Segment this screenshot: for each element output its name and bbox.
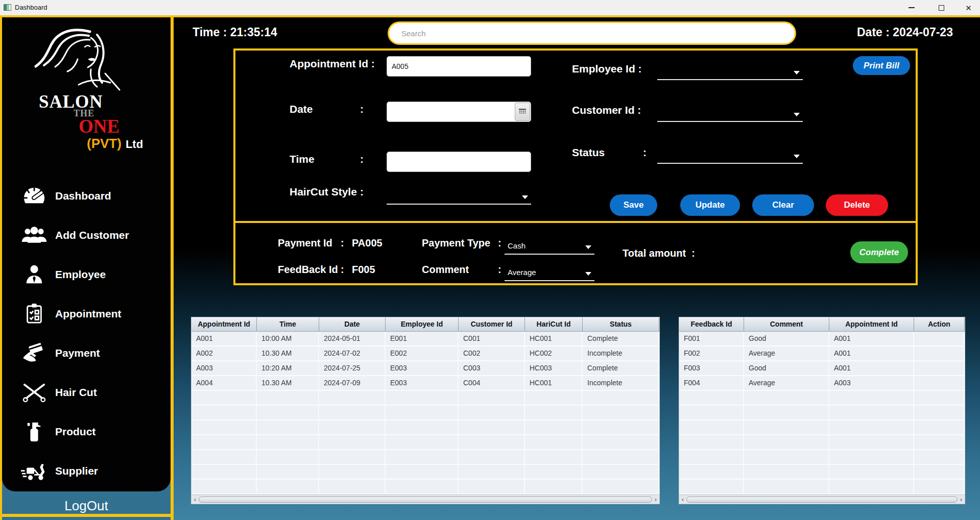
payment-type-dropdown[interactable]: Cash (505, 233, 594, 255)
table-row[interactable]: F001GoodA001 (679, 332, 965, 346)
table-row[interactable]: A00410.30 AM2024-07-09E003C004HC001Incom… (192, 376, 659, 391)
table-cell: 10.30 AM (257, 346, 319, 360)
sidebar-item-supplier[interactable]: Supplier (2, 451, 171, 490)
column-header[interactable]: Time (257, 317, 319, 331)
table-row[interactable] (192, 450, 659, 465)
save-button[interactable]: Save (610, 194, 657, 216)
sidebar-item-payment[interactable]: Payment (2, 333, 171, 373)
table-cell (744, 435, 829, 449)
table-cell (319, 406, 386, 419)
column-header[interactable]: Appointment Id (829, 317, 914, 331)
table-cell (192, 435, 257, 449)
sidebar-item-add-customer[interactable]: Add Customer (2, 215, 171, 255)
table-cell (679, 450, 744, 464)
current-date: Date : 2024-07-23 (857, 26, 953, 39)
main-content: Time : 21:35:14 Date : 2024-07-23 Appoin… (174, 15, 980, 520)
spray-bottle-icon (20, 420, 48, 443)
table-cell (192, 480, 257, 493)
table-cell (914, 361, 965, 375)
payment-id-colon: : (341, 237, 344, 249)
horizontal-scrollbar[interactable]: ‹ › (192, 494, 659, 504)
table-row[interactable] (679, 406, 965, 420)
column-header[interactable]: Feedback Id (679, 317, 744, 331)
payment-id-label: Payment Id (278, 237, 332, 249)
scroll-left-arrow[interactable]: ‹ (192, 496, 199, 504)
sidebar-item-product[interactable]: Product (2, 412, 171, 451)
scroll-right-arrow[interactable]: › (652, 496, 659, 504)
minimize-icon (909, 7, 915, 8)
sidebar-item-appointment[interactable]: Appointment (2, 294, 171, 333)
table-row[interactable]: A00210.30 AM2024-07-02E002C002HC002Incom… (192, 346, 659, 361)
maximize-button[interactable] (928, 0, 954, 15)
table-cell (459, 465, 525, 479)
table-row[interactable] (192, 435, 659, 450)
table-cell (257, 420, 319, 434)
calendar-button[interactable] (515, 103, 530, 121)
column-header[interactable]: HariCut Id (525, 317, 583, 331)
chevron-down-icon (585, 245, 591, 249)
customer-id-dropdown[interactable] (657, 100, 803, 122)
table-cell (525, 465, 583, 479)
time-input[interactable] (387, 152, 531, 172)
comment-colon: : (498, 264, 501, 276)
table-cell (914, 391, 965, 405)
date-input[interactable] (387, 102, 531, 122)
table-row[interactable]: A00110:00 AM2024-05-01E001C001HC001Compl… (192, 332, 659, 346)
table-cell (525, 450, 583, 464)
table-cell (386, 435, 459, 449)
table-row[interactable] (192, 406, 659, 420)
table-row[interactable] (679, 450, 965, 465)
column-header[interactable]: Action (914, 317, 965, 331)
table-row[interactable] (192, 420, 659, 435)
haircut-style-label: HairCut Style (290, 186, 357, 198)
table-row[interactable] (192, 465, 659, 480)
time-value: 21:35:14 (230, 26, 277, 39)
haircut-style-dropdown[interactable] (387, 182, 531, 205)
status-dropdown[interactable] (657, 141, 803, 164)
print-bill-button[interactable]: Print Bill (853, 56, 910, 75)
table-row[interactable] (679, 391, 965, 406)
update-button[interactable]: Update (680, 194, 740, 216)
column-header[interactable]: Status (583, 317, 659, 331)
column-header[interactable]: Comment (744, 317, 829, 331)
employee-id-dropdown[interactable] (657, 58, 803, 80)
table-row[interactable]: A00310:20 AM2024-07-25E003C003HC003Compl… (192, 361, 659, 376)
table-row[interactable] (679, 420, 965, 435)
table-cell (525, 391, 583, 405)
scroll-right-arrow[interactable]: › (958, 496, 965, 504)
app-window-icon (4, 4, 11, 11)
column-header[interactable]: Date (319, 317, 386, 331)
table-row[interactable] (679, 435, 965, 450)
comment-dropdown[interactable]: Average (505, 260, 594, 281)
sidebar-item-dashboard[interactable]: Dashboard (2, 176, 171, 215)
sidebar-item-employee[interactable]: Employee (2, 255, 171, 294)
sidebar-item-hair-cut[interactable]: Hair Cut (2, 373, 171, 412)
table-row[interactable] (679, 480, 965, 494)
table-row[interactable]: F003GoodA001 (679, 361, 965, 376)
horizontal-scrollbar[interactable]: ‹ › (679, 494, 965, 504)
appointment-id-input[interactable] (387, 56, 531, 77)
close-button[interactable]: ✕ (957, 0, 980, 15)
chevron-down-icon (794, 155, 800, 158)
column-header[interactable]: Customer Id (459, 317, 525, 331)
column-header[interactable]: Appointment Id (192, 317, 257, 331)
delete-button[interactable]: Delete (826, 194, 888, 216)
scrollbar-thumb[interactable] (199, 497, 652, 503)
clear-button[interactable]: Clear (752, 194, 814, 216)
scrollbar-thumb[interactable] (686, 497, 958, 503)
table-cell (829, 450, 914, 464)
table-row[interactable] (192, 391, 659, 406)
complete-button[interactable]: Complete (850, 241, 908, 263)
minimize-button[interactable] (899, 0, 924, 15)
search-input[interactable] (388, 21, 796, 45)
table-cell (386, 480, 459, 493)
scroll-left-arrow[interactable]: ‹ (679, 496, 686, 504)
table-row[interactable] (679, 465, 965, 480)
table-cell (744, 420, 829, 434)
users-group-icon (20, 226, 48, 245)
table-row[interactable]: F002AverageA001 (679, 346, 965, 361)
table-row[interactable]: F004AverageA003 (679, 376, 965, 391)
table-row[interactable] (192, 480, 659, 494)
column-header[interactable]: Employee Id (386, 317, 459, 331)
table-cell: Complete (583, 332, 659, 345)
